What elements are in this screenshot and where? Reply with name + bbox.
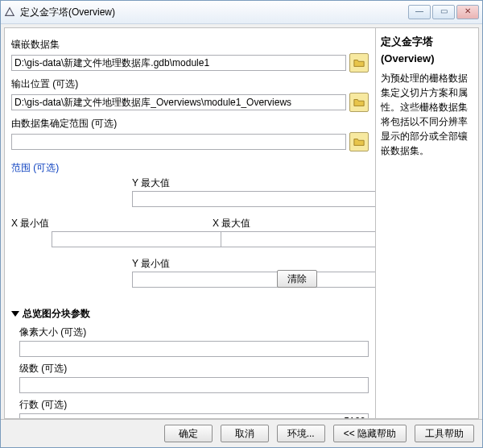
window: 定义金字塔(Overview) — ▭ ✕ 镶嵌数据集 输出位置 (可选) (0, 0, 483, 448)
environments-button[interactable]: 环境... (277, 425, 325, 442)
help-title-1: 定义金字塔 (381, 35, 473, 49)
window-buttons: — ▭ ✕ (408, 5, 479, 19)
browse-output-button[interactable] (349, 93, 369, 112)
help-panel: 定义金字塔 (Overview) 为预处理的栅格数据集定义切片方案和属性。这些栅… (376, 27, 479, 419)
hide-help-button[interactable]: << 隐藏帮助 (333, 425, 407, 442)
y-max-label: Y 最大值 (132, 176, 170, 190)
x-min-label: X 最小值 (11, 217, 49, 230)
extent-grid: Y 最大值 X 最小值 X 最大值 Y 最小值 清除 (11, 176, 369, 297)
mosaic-dataset-input[interactable] (11, 55, 346, 71)
content-area: 镶嵌数据集 输出位置 (可选) 由数据集确定范围 (可选) (1, 24, 482, 419)
form-scroll[interactable]: 镶嵌数据集 输出位置 (可选) 由数据集确定范围 (可选) (5, 28, 375, 418)
browse-mosaic-button[interactable] (349, 53, 369, 73)
section-header[interactable]: 总览图分块参数 (11, 307, 369, 321)
app-icon (4, 6, 15, 18)
rows-input[interactable] (19, 413, 369, 418)
define-from-dataset-label: 由数据集确定范围 (可选) (11, 117, 369, 131)
extent-label: 范围 (可选) (11, 161, 369, 175)
x-max-label: X 最大值 (213, 217, 250, 230)
extent-group: 范围 (可选) Y 最大值 X 最小值 X 最大值 Y 最小值 清除 (11, 155, 369, 299)
section-title: 总览图分块参数 (23, 307, 90, 321)
levels-input[interactable] (19, 377, 369, 393)
pixel-size-label: 像素大小 (可选) (19, 326, 369, 339)
rows-label: 行数 (可选) (19, 398, 369, 412)
tool-help-button[interactable]: 工具帮助 (415, 425, 474, 442)
y-min-input[interactable] (132, 272, 375, 288)
disclosure-icon (11, 311, 19, 317)
mosaic-dataset-label: 镶嵌数据集 (11, 38, 369, 52)
help-title-2: (Overview) (381, 52, 473, 64)
close-button[interactable]: ✕ (456, 5, 479, 19)
minimize-button[interactable]: — (408, 5, 431, 19)
maximize-button[interactable]: ▭ (432, 5, 455, 19)
output-location-label: 输出位置 (可选) (11, 77, 369, 91)
y-max-input[interactable] (132, 191, 375, 207)
form-panel: 镶嵌数据集 输出位置 (可选) 由数据集确定范围 (可选) (4, 27, 376, 419)
x-max-input[interactable] (221, 231, 375, 247)
clear-extent-button[interactable]: 清除 (277, 270, 317, 288)
y-min-label: Y 最小值 (132, 257, 170, 271)
define-from-dataset-input[interactable] (11, 134, 346, 150)
window-title: 定义金字塔(Overview) (20, 6, 408, 19)
cancel-button[interactable]: 取消 (221, 425, 269, 442)
titlebar: 定义金字塔(Overview) — ▭ ✕ (1, 1, 482, 24)
help-body: 为预处理的栅格数据集定义切片方案和属性。这些栅格数据集将包括以不同分辨率显示的部… (381, 71, 473, 158)
footer: 确定 取消 环境... << 隐藏帮助 工具帮助 (1, 419, 482, 447)
pixel-size-input[interactable] (19, 341, 369, 357)
output-location-input[interactable] (11, 94, 346, 110)
levels-label: 级数 (可选) (19, 362, 369, 375)
ok-button[interactable]: 确定 (164, 425, 213, 442)
section-body: 像素大小 (可选) 级数 (可选) 行数 (可选) 列数 (可选) 总览采样系数… (11, 326, 369, 418)
browse-define-button[interactable] (349, 132, 369, 151)
